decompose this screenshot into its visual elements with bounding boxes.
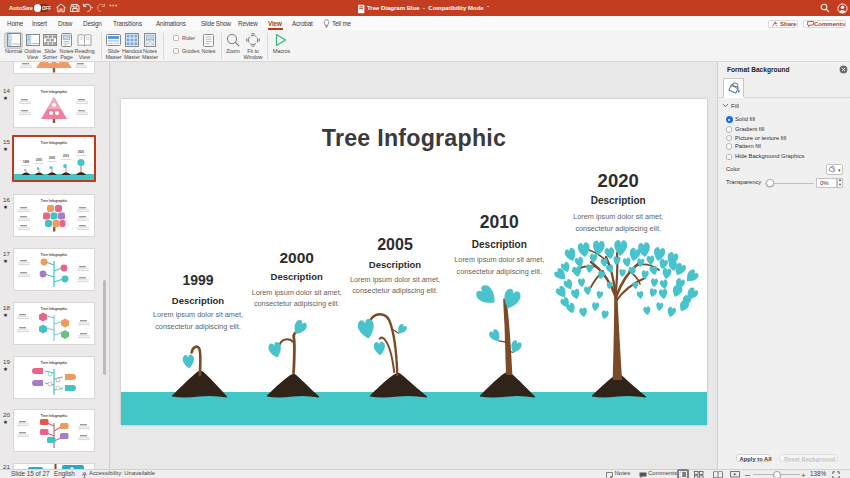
svg-text:Tree Infographic: Tree Infographic (41, 199, 67, 203)
svg-text:Description: Description (48, 160, 57, 162)
svg-text:Tree Infographic: Tree Infographic (41, 141, 67, 145)
svg-text:Tree Infographic: Tree Infographic (41, 361, 67, 365)
svg-text:Tree Infographic: Tree Infographic (41, 307, 67, 311)
svg-text:Tree Infographic: Tree Infographic (41, 90, 67, 94)
svg-text:Description: Description (35, 162, 44, 164)
svg-text:Tree Infographic: Tree Infographic (41, 414, 67, 418)
svg-text:Description: Description (62, 158, 71, 160)
svg-text:Tree Infographic: Tree Infographic (41, 253, 67, 257)
svg-text:Description: Description (22, 164, 31, 166)
svg-text:Description: Description (77, 154, 86, 156)
